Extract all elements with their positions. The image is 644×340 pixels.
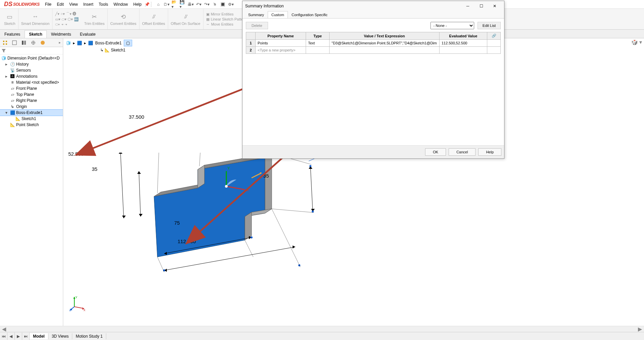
tree-bossextrude[interactable]: ▾🟦Boss-Extrude1 bbox=[0, 110, 63, 116]
dlg-tab-summary[interactable]: Summary bbox=[244, 11, 268, 18]
ribbon-offset[interactable]: ⫽ Offset Entities bbox=[140, 9, 168, 29]
fm-tab-appearance[interactable] bbox=[38, 39, 47, 46]
menu-window[interactable]: Window bbox=[111, 1, 131, 7]
tab-evaluate[interactable]: Evaluate bbox=[76, 30, 100, 38]
tree-root[interactable]: 🧊 Dimension Point (Default<<D bbox=[0, 55, 63, 61]
row2-name[interactable]: <Type a new property> bbox=[256, 47, 306, 54]
menu-help[interactable]: Help bbox=[130, 1, 144, 7]
tree-origin[interactable]: ↳Origin bbox=[0, 104, 63, 110]
tab-3dviews[interactable]: 3D Views bbox=[48, 333, 72, 339]
home-icon[interactable]: ⌂ bbox=[155, 1, 161, 7]
row2-link[interactable] bbox=[487, 47, 501, 54]
fm-tab-config[interactable] bbox=[20, 39, 28, 46]
row1-value[interactable]: "D3@Sketch1@Dimension Point.SLDPRT","D4@… bbox=[330, 40, 440, 47]
feature-filter[interactable] bbox=[0, 47, 63, 54]
gfx-part-icon[interactable]: 🧊 bbox=[66, 41, 71, 45]
select-icon[interactable]: 🖱 bbox=[212, 1, 218, 7]
help-button[interactable]: Help bbox=[478, 148, 501, 156]
tree-rightplane[interactable]: ▱Right Plane bbox=[0, 98, 63, 104]
minimize-button[interactable]: ─ bbox=[461, 1, 475, 11]
close-button[interactable]: ✕ bbox=[488, 1, 501, 11]
dim-35a[interactable]: 35 bbox=[92, 166, 98, 172]
options-icon[interactable]: ⚙▾ bbox=[228, 1, 234, 7]
dim-112500[interactable]: 112.500 bbox=[178, 238, 196, 244]
fm-tab-property[interactable] bbox=[10, 39, 19, 46]
row1-name[interactable]: Points bbox=[256, 40, 306, 47]
row1-type[interactable]: Text bbox=[306, 40, 330, 47]
menu-view[interactable]: View bbox=[67, 1, 81, 7]
gfx-feature-icon[interactable]: 🟦 bbox=[88, 41, 93, 45]
pin-icon[interactable]: 📌 bbox=[144, 1, 150, 7]
tab-features[interactable]: Features bbox=[0, 30, 25, 38]
horizontal-scrollbar[interactable]: ◀ ▶ bbox=[0, 326, 644, 332]
tab-weldments[interactable]: Weldments bbox=[47, 30, 76, 38]
row1-link[interactable] bbox=[487, 40, 501, 47]
open-icon[interactable]: 📂▾ bbox=[172, 1, 178, 7]
header-name: Property Name bbox=[256, 32, 306, 40]
bom-select[interactable]: - None - bbox=[430, 22, 474, 29]
ribbon-sketch-entities[interactable]: ╱▾ ○▾ ⌒▾ 🅐 ▭▾ ⬭▾ ⬡▾ 🔤 ⬭▾ ·▾ ·▾ bbox=[52, 10, 81, 28]
tab-sketch[interactable]: Sketch bbox=[25, 30, 46, 38]
ribbon-sketch[interactable]: ▭ Sketch bbox=[1, 9, 18, 29]
dim-75[interactable]: 75 bbox=[174, 220, 180, 226]
tree-sensors[interactable]: 📡Sensors bbox=[0, 67, 63, 73]
scroll-left-icon[interactable]: ◀ bbox=[0, 326, 8, 332]
dlg-tab-custom[interactable]: Custom bbox=[268, 11, 288, 18]
tree-material[interactable]: ≡Material <not specified> bbox=[0, 79, 63, 85]
scroll-right-icon[interactable]: ▶ bbox=[636, 326, 644, 332]
tree-annotations[interactable]: ▸🅰Annotations bbox=[0, 73, 63, 79]
tab-motionstudy[interactable]: Motion Study 1 bbox=[72, 333, 106, 339]
gfx-extrude-icon[interactable]: 🟦 bbox=[77, 41, 82, 45]
tree-pointsketch[interactable]: 📐Point Sketch bbox=[0, 122, 63, 128]
delete-button[interactable]: Delete bbox=[246, 22, 268, 29]
fm-tab-dim[interactable] bbox=[29, 39, 38, 46]
row2-value[interactable] bbox=[330, 47, 440, 54]
menu-tools[interactable]: Tools bbox=[96, 1, 111, 7]
bottom-last-icon[interactable]: ⏭ bbox=[22, 333, 30, 340]
bottom-next-icon[interactable]: ▶ bbox=[15, 333, 22, 340]
dlg-tab-config[interactable]: Configuration Specific bbox=[288, 11, 331, 18]
dim-35b[interactable]: 35 bbox=[263, 173, 269, 179]
fm-tab-tree[interactable] bbox=[1, 39, 9, 46]
tree-history[interactable]: ▸🕑History bbox=[0, 61, 63, 67]
dialog-titlebar[interactable]: Summary Information ─ ☐ ✕ bbox=[242, 1, 504, 11]
print-icon[interactable]: 🖶▾ bbox=[188, 1, 194, 7]
new-icon[interactable]: 🗋▾ bbox=[163, 1, 169, 7]
bottom-prev-icon[interactable]: ◀ bbox=[7, 333, 15, 340]
view-mode-icon[interactable]: ▾ bbox=[639, 39, 642, 45]
ribbon-convert[interactable]: ⟲ Convert Entities bbox=[108, 9, 140, 29]
menu-insert[interactable]: Insert bbox=[81, 1, 96, 7]
fm-expand-icon[interactable]: ▸ bbox=[59, 40, 62, 45]
ribbon-trim[interactable]: ✂ Trim Entities bbox=[81, 9, 108, 29]
rebuild-icon[interactable]: 🔳 bbox=[220, 1, 226, 7]
tree-sketch1[interactable]: 📐Sketch1 bbox=[0, 116, 63, 122]
undo-icon[interactable]: ↶▾ bbox=[196, 1, 202, 7]
ok-button[interactable]: OK bbox=[425, 148, 446, 156]
edit-list-button[interactable]: Edit List bbox=[478, 22, 501, 29]
tab-model[interactable]: Model bbox=[30, 333, 48, 339]
gfx-bc-box[interactable]: ▢ bbox=[124, 40, 132, 46]
dim-52500[interactable]: 52.500 bbox=[68, 151, 84, 157]
row2-type[interactable] bbox=[306, 47, 330, 54]
ribbon-offset-surf[interactable]: ⫽ Offset On Surface bbox=[168, 9, 203, 29]
dim-37500[interactable]: 37.500 bbox=[129, 114, 144, 120]
svg-line-30 bbox=[139, 171, 141, 217]
table-row[interactable]: 1 Points Text "D3@Sketch1@Dimension Poin… bbox=[246, 40, 501, 47]
maximize-button[interactable]: ☐ bbox=[475, 1, 488, 11]
model-view[interactable]: Y X bbox=[107, 153, 336, 301]
gfx-breadcrumb-sub[interactable]: ↳ 📐 Sketch1 bbox=[100, 48, 125, 52]
graphics-breadcrumb: 🧊 ▸ 🟦 ▸ 🟦 Boss-Extrude1 ▢ bbox=[66, 40, 132, 46]
ribbon-smartdim[interactable]: ↔ Smart Dimension bbox=[18, 9, 52, 29]
view-cube-icon[interactable]: 🎲 bbox=[631, 39, 638, 45]
tree-topplane[interactable]: ▱Top Plane bbox=[0, 91, 63, 98]
table-row[interactable]: 2 <Type a new property> bbox=[246, 47, 501, 54]
tree-frontplane[interactable]: ▱Front Plane bbox=[0, 85, 63, 91]
menu-edit[interactable]: Edit bbox=[54, 1, 67, 7]
gfx-feature-label[interactable]: Boss-Extrude1 bbox=[95, 41, 122, 45]
bottom-first-icon[interactable]: ⏮ bbox=[0, 333, 7, 340]
save-icon[interactable]: 💾▾ bbox=[180, 1, 186, 7]
view-triad[interactable]: Y X Z bbox=[69, 295, 86, 312]
redo-icon[interactable]: ↷▾ bbox=[204, 1, 210, 7]
cancel-button[interactable]: Cancel bbox=[449, 148, 476, 156]
menu-file[interactable]: File bbox=[42, 1, 54, 7]
